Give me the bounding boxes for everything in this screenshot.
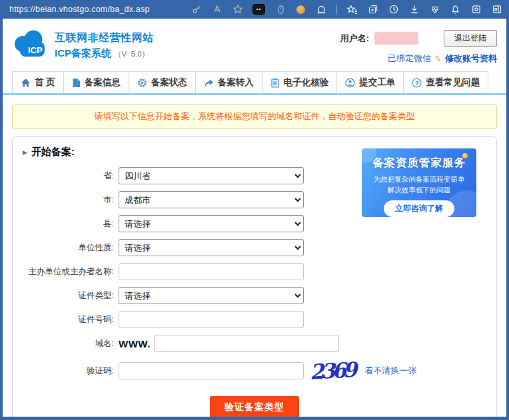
org-type-label: 单位性质: bbox=[13, 242, 114, 254]
org-type-select[interactable]: 请选择 bbox=[119, 239, 304, 256]
city-select[interactable]: 成都市 bbox=[119, 191, 304, 208]
notifications-icon[interactable] bbox=[450, 4, 461, 15]
cert-number-row: 证件号码: bbox=[13, 311, 496, 328]
domain-row: 域名: WWW. bbox=[13, 335, 496, 352]
captcha-label: 验证码: bbox=[13, 365, 114, 377]
tab-submit-ticket[interactable]: 提交工单 bbox=[337, 71, 404, 93]
province-label: 省: bbox=[13, 170, 114, 182]
home-icon bbox=[21, 78, 31, 88]
org-name-row: 主办单位或主办者名称: bbox=[13, 263, 496, 280]
pencil-icon: ✎ bbox=[434, 53, 442, 65]
notice-banner: 请填写以下信息开始备案，系统将根据您填写的域名和证件，自动验证您的备案类型 bbox=[12, 104, 497, 129]
version-label: （V- 5.0） bbox=[114, 50, 149, 58]
domain-input[interactable] bbox=[154, 335, 339, 352]
banner-consult-button[interactable]: 立即咨询了解 bbox=[384, 200, 454, 217]
logout-button[interactable]: 退出登陆 bbox=[444, 30, 497, 47]
site-header: ICP 互联网非经营性网站 ICP备案系统（V- 5.0） 用户名: 退出登陆 … bbox=[3, 19, 506, 69]
web-capture-icon[interactable] bbox=[470, 4, 482, 15]
org-type-row: 单位性质: 请选择 bbox=[13, 239, 496, 256]
favorites-add-icon[interactable] bbox=[232, 4, 243, 15]
domain-label: 域名: bbox=[13, 338, 114, 349]
ghost-extension-icon[interactable] bbox=[316, 4, 327, 15]
mouse-extension-icon[interactable] bbox=[274, 4, 286, 15]
cert-type-select[interactable]: 请选择 bbox=[119, 287, 304, 304]
collections-icon[interactable] bbox=[367, 4, 378, 15]
county-label: 县: bbox=[13, 218, 114, 230]
question-icon: ? bbox=[412, 78, 422, 88]
browser-essentials-icon[interactable] bbox=[429, 4, 440, 15]
site-title-line1: 互联网非经营性网站 bbox=[55, 31, 154, 45]
banner-line1: 为您把复杂的备案流程变简单 bbox=[362, 174, 476, 184]
tab-record-transfer[interactable]: 备案转入 bbox=[196, 71, 262, 93]
icp-cloud-logo: ICP bbox=[12, 29, 48, 61]
cert-number-input[interactable] bbox=[119, 311, 304, 328]
city-label: 市: bbox=[13, 194, 114, 206]
county-select[interactable]: 请选择 bbox=[119, 215, 304, 232]
page-body: ICP 互联网非经营性网站 ICP备案系统（V- 5.0） 用户名: 退出登陆 … bbox=[3, 19, 506, 417]
edge-sidebar-icon[interactable] bbox=[491, 4, 502, 15]
captcha-row: 验证码: 2369 看不清换一张 bbox=[13, 359, 496, 383]
panel-title: 开始备案: bbox=[31, 146, 75, 158]
captcha-input[interactable] bbox=[119, 362, 304, 379]
banner-title: 备案资质管家服务 bbox=[362, 156, 476, 170]
tab-home[interactable]: 首 页 bbox=[12, 71, 64, 93]
extensions-badge-icon[interactable]: •• bbox=[253, 4, 265, 15]
org-name-label: 主办单位或主办者名称: bbox=[13, 266, 114, 278]
username-redacted-value bbox=[374, 32, 418, 45]
cert-number-label: 证件号码: bbox=[13, 314, 114, 325]
main-nav: 首 页 备案信息 备案状态 备案转入 bbox=[3, 71, 506, 95]
arrow-marker-icon: ▶ bbox=[23, 149, 27, 156]
cert-type-label: 证件类型: bbox=[13, 290, 114, 302]
status-wheel-icon bbox=[137, 78, 147, 88]
svg-text:?: ? bbox=[415, 79, 419, 87]
person-icon bbox=[345, 78, 355, 88]
cert-type-row: 证件类型: 请选择 bbox=[13, 287, 496, 304]
browser-window: https://beian.vhostgo.com/ba_dx.asp •• bbox=[0, 0, 509, 420]
cookie-extension-icon[interactable] bbox=[295, 4, 306, 15]
username-label: 用户名: bbox=[340, 33, 369, 45]
history-icon[interactable] bbox=[388, 4, 399, 15]
downloads-icon[interactable] bbox=[408, 4, 420, 15]
favorites-bar-icon[interactable] bbox=[346, 4, 358, 15]
butler-service-banner[interactable]: 备案资质管家服务 为您把复杂的备案流程变简单 解决效率低下的问题 立即咨询了解 bbox=[362, 148, 476, 217]
read-aloud-icon[interactable] bbox=[211, 4, 223, 15]
tab-faq[interactable]: ? 查看常见问题 bbox=[404, 71, 488, 93]
transfer-arrow-icon bbox=[204, 78, 214, 88]
url-text[interactable]: https://beian.vhostgo.com/ba_dx.asp bbox=[9, 5, 150, 14]
verify-record-type-button[interactable]: 验证备案类型 bbox=[210, 396, 299, 417]
password-key-icon[interactable] bbox=[191, 4, 202, 15]
tab-e-verification[interactable]: 电子化核验 bbox=[262, 71, 338, 93]
tab-record-status[interactable]: 备案状态 bbox=[129, 71, 196, 93]
wechat-bound-link[interactable]: 已绑定微信 bbox=[388, 53, 431, 65]
start-record-panel: ▶ 开始备案: 省: 四川省 市: 成都市 县: 请选择 bbox=[12, 136, 497, 417]
www-prefix: WWW. bbox=[119, 338, 151, 349]
banner-line2: 解决效率低下的问题 bbox=[362, 184, 476, 195]
tab-record-info[interactable]: 备案信息 bbox=[64, 71, 129, 93]
edit-account-link[interactable]: 修改账号资料 bbox=[445, 53, 497, 65]
county-row: 县: 请选择 bbox=[13, 215, 496, 232]
site-title-line2: ICP备案系统 bbox=[55, 47, 111, 59]
clipboard-icon bbox=[270, 78, 280, 88]
province-select[interactable]: 四川省 bbox=[119, 167, 304, 184]
captcha-image[interactable]: 2369 bbox=[309, 357, 354, 383]
svg-text:ICP: ICP bbox=[28, 45, 43, 55]
browser-address-bar: https://beian.vhostgo.com/ba_dx.asp •• bbox=[0, 0, 509, 19]
captcha-refresh-link[interactable]: 看不清换一张 bbox=[364, 365, 416, 377]
org-name-input[interactable] bbox=[119, 263, 304, 280]
document-icon bbox=[72, 78, 81, 88]
